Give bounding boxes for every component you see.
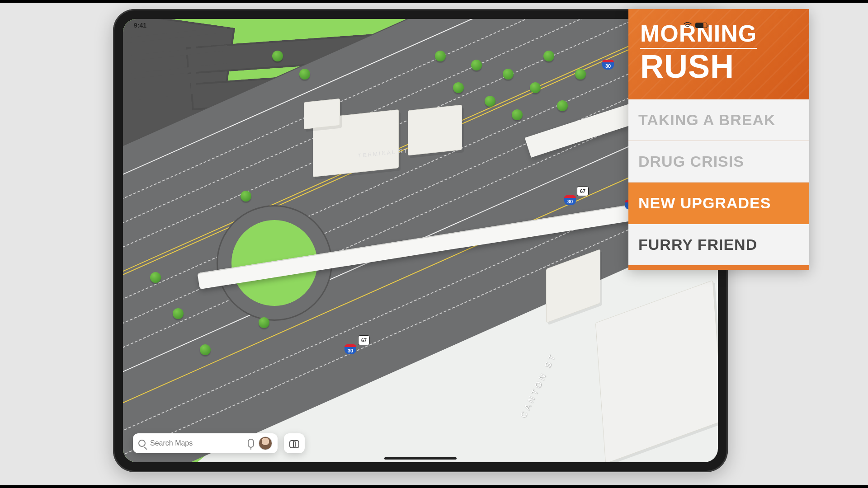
search-bar[interactable] [133,433,278,453]
map-tree [503,69,514,80]
map-tree [485,96,495,107]
map-tree [435,51,446,61]
map-tree [299,69,310,80]
morning-rush-card: MORNING RUSH TAKING A BREAK DRUG CRISIS … [628,9,809,270]
wifi-icon [684,22,692,29]
map-tree [259,317,269,328]
lookaround-button[interactable] [284,433,305,453]
battery-icon [695,23,707,28]
map-tree [530,82,541,93]
card-footer-bar [628,265,809,270]
map-building [595,280,718,462]
map-tree [471,60,482,70]
map-toolbar [133,433,305,453]
card-title-line2: RUSH [640,50,797,83]
card-item-new-upgrades[interactable]: NEW UPGRADES [628,183,809,224]
letterbox-top [0,0,868,3]
map-tree [173,308,184,319]
status-right [684,22,707,29]
map-tree [557,100,568,111]
map-tree [241,191,251,202]
map-tree [272,51,283,61]
search-icon [138,440,146,447]
card-item-furry-friend[interactable]: FURRY FRIEND [628,224,809,265]
shield-interstate: 30 [564,195,576,205]
letterbox-bottom [0,485,868,488]
status-bar: 9:41 [123,19,718,32]
map-building [408,105,462,156]
status-time: 9:41 [134,22,146,29]
binoculars-icon [289,440,299,446]
avatar[interactable] [259,436,272,450]
map-tree [150,272,161,283]
map-tree [543,51,554,61]
mic-icon[interactable] [248,439,254,448]
card-item-taking-a-break[interactable]: TAKING A BREAK [628,99,809,141]
home-indicator[interactable] [384,457,457,460]
shield-us-route: 67 [577,186,589,196]
map-tree [512,109,523,120]
shield-interstate: 30 [602,60,614,70]
map-tree [575,69,586,80]
shield-interstate: 30 [344,344,356,354]
card-item-drug-crisis[interactable]: DRUG CRISIS [628,141,809,183]
shield-us-route: 67 [358,335,370,345]
street-label-canton: CANTON ST [519,351,558,419]
map-tree [453,82,464,93]
map-tree [200,344,211,355]
card-list: TAKING A BREAK DRUG CRISIS NEW UPGRADES … [628,99,809,265]
map-building [304,99,340,129]
search-input[interactable] [150,439,243,447]
